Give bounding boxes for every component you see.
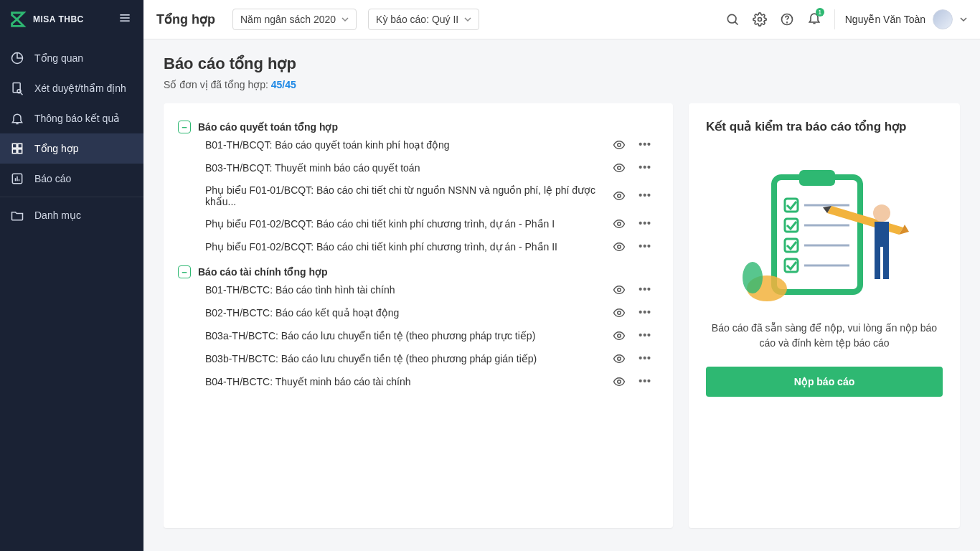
eye-icon[interactable] (613, 306, 626, 319)
report-label[interactable]: B03-TH/BCQT: Thuyết minh báo cáo quyết t… (205, 162, 613, 174)
eye-icon[interactable] (613, 217, 626, 230)
logo-sigma-icon (9, 9, 29, 29)
side-panel-message: Báo cáo đã sẵn sàng để nộp, vui lòng ấn … (706, 321, 943, 351)
report-label[interactable]: B03b-TH/BCTC: Báo cáo lưu chuyển tiền tệ… (205, 353, 613, 364)
sidebar-item-approve[interactable]: Xét duyệt/thẩm định (0, 73, 143, 103)
svg-point-48 (743, 262, 763, 293)
avatar (933, 9, 953, 29)
svg-rect-8 (18, 143, 22, 148)
sidebar-item-label: Báo cáo (34, 173, 71, 184)
help-icon[interactable] (780, 12, 794, 27)
settings-icon[interactable] (753, 12, 767, 27)
more-icon[interactable]: ••• (639, 306, 651, 319)
row-actions: ••• (613, 240, 659, 253)
svg-line-16 (735, 22, 738, 24)
clipboard-illustration (724, 163, 925, 306)
eye-icon[interactable] (613, 138, 626, 151)
eye-icon[interactable] (613, 352, 626, 365)
report-label[interactable]: B01-TH/BCTC: Báo cáo tình hình tài chính (205, 284, 613, 296)
row-actions: ••• (613, 306, 659, 319)
more-icon[interactable]: ••• (639, 138, 651, 151)
more-icon[interactable]: ••• (639, 329, 651, 342)
budget-year-select[interactable]: Năm ngân sách 2020 (232, 9, 357, 30)
eye-icon[interactable] (613, 161, 626, 174)
row-actions: ••• (613, 138, 659, 151)
svg-point-15 (727, 14, 736, 23)
svg-point-43 (873, 204, 890, 222)
sidebar-item-notify[interactable]: Thông báo kết quả (0, 103, 143, 133)
more-icon[interactable]: ••• (639, 161, 651, 174)
summary-line: Số đơn vị đã tổng hợp: 45/45 (164, 79, 980, 90)
sidebar-item-catalog[interactable]: Danh mục (0, 200, 143, 230)
more-icon[interactable]: ••• (639, 352, 651, 365)
chevron-down-icon (960, 16, 967, 23)
more-icon[interactable]: ••• (639, 240, 651, 253)
row-actions: ••• (613, 375, 659, 388)
notifications-button[interactable]: 1 (807, 11, 821, 28)
report-row: Phụ biểu F01-02/BCQT: Báo cáo chi tiết k… (178, 212, 659, 235)
sidebar-item-summary[interactable]: Tổng hợp (0, 133, 143, 164)
report-row: Phụ biểu F01-01/BCQT: Báo cáo chi tiết c… (178, 179, 659, 212)
svg-rect-30 (774, 177, 860, 292)
report-label[interactable]: Phụ biểu F01-01/BCQT: Báo cáo chi tiết c… (205, 184, 613, 207)
report-row: B01-TH/BCQT: Báo cáo quyết toán kinh phí… (178, 133, 659, 156)
report-label[interactable]: B01-TH/BCQT: Báo cáo quyết toán kinh phí… (205, 139, 613, 151)
report-row: B04-TH/BCTC: Thuyết minh báo cáo tài chí… (178, 370, 659, 393)
check-result-card: Kết quả kiểm tra báo cáo tổng hợp (689, 103, 960, 528)
sidebar-item-overview[interactable]: Tổng quan (0, 43, 143, 73)
bell-badge: 1 (816, 8, 824, 17)
svg-rect-31 (799, 170, 835, 186)
nav: Tổng quan Xét duyệt/thẩm định Thông báo … (0, 39, 143, 230)
report-row: Phụ biểu F01-02/BCQT: Báo cáo chi tiết k… (178, 235, 659, 258)
report-row: B03-TH/BCQT: Thuyết minh báo cáo quyết t… (178, 156, 659, 179)
eye-icon[interactable] (613, 240, 626, 253)
bell-icon (10, 111, 24, 126)
row-actions: ••• (613, 161, 659, 174)
grid-icon (10, 141, 24, 156)
svg-point-19 (786, 22, 787, 23)
more-icon[interactable]: ••• (639, 189, 651, 202)
more-icon[interactable]: ••• (639, 375, 651, 388)
row-actions: ••• (613, 283, 659, 296)
period-select[interactable]: Kỳ báo cáo: Quý II (368, 9, 479, 30)
svg-point-5 (17, 90, 21, 93)
more-icon[interactable]: ••• (639, 217, 651, 230)
budget-year-label: Năm ngân sách 2020 (240, 14, 336, 25)
report-list-card: − Báo cáo quyết toán tổng hợp B01-TH/BCQ… (164, 103, 673, 528)
report-label[interactable]: Phụ biểu F01-02/BCQT: Báo cáo chi tiết k… (205, 241, 613, 253)
svg-point-25 (618, 288, 621, 292)
main: Tổng hợp Năm ngân sách 2020 Kỳ báo cáo: … (143, 0, 980, 551)
brand: MISA THBC (0, 0, 143, 39)
svg-point-17 (758, 18, 761, 22)
eye-icon[interactable] (613, 283, 626, 296)
collapse-icon[interactable]: − (178, 265, 191, 278)
sidebar-item-report[interactable]: Báo cáo (0, 164, 143, 194)
svg-rect-10 (18, 149, 22, 154)
group-title: Báo cáo quyết toán tổng hợp (198, 121, 338, 133)
eye-icon[interactable] (613, 189, 626, 202)
report-row: B03a-TH/BCTC: Báo cáo lưu chuyển tiền tệ… (178, 324, 659, 347)
svg-point-23 (618, 222, 621, 226)
bar-chart-icon (10, 171, 24, 186)
more-icon[interactable]: ••• (639, 283, 651, 296)
user-menu[interactable]: Nguyễn Văn Toàn (834, 9, 967, 29)
eye-icon[interactable] (613, 329, 626, 342)
document-search-icon (10, 81, 24, 95)
submit-report-button[interactable]: Nộp báo cáo (706, 367, 943, 397)
svg-line-6 (21, 93, 23, 95)
page-heading: Báo cáo tổng hợp (164, 55, 980, 73)
page-title: Báo cáo tổng hợp (164, 55, 980, 73)
collapse-icon[interactable]: − (178, 121, 191, 133)
report-label[interactable]: B03a-TH/BCTC: Báo cáo lưu chuyển tiền tệ… (205, 330, 613, 342)
report-label[interactable]: B02-TH/BCTC: Báo cáo kết quả hoạt động (205, 307, 613, 319)
summary-count: 45/45 (271, 79, 296, 90)
side-panel-title: Kết quả kiểm tra báo cáo tổng hợp (706, 119, 907, 134)
report-label[interactable]: B04-TH/BCTC: Thuyết minh báo cáo tài chí… (205, 376, 613, 387)
svg-point-20 (618, 143, 621, 147)
search-icon[interactable] (725, 12, 740, 27)
sidebar-item-label: Tổng quan (34, 52, 83, 64)
eye-icon[interactable] (613, 375, 626, 388)
report-label[interactable]: Phụ biểu F01-02/BCQT: Báo cáo chi tiết k… (205, 218, 613, 230)
sidebar-item-label: Tổng hợp (34, 143, 79, 154)
menu-toggle-icon[interactable] (115, 8, 135, 31)
